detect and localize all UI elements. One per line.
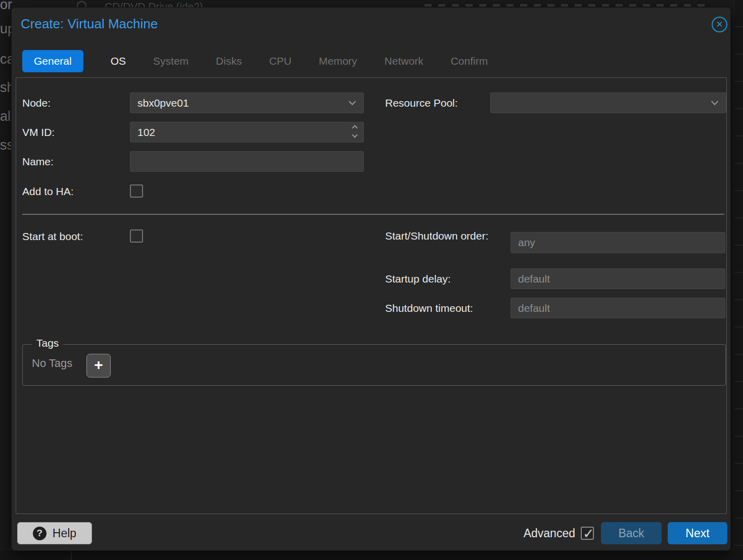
tab-confirm[interactable]: Confirm bbox=[451, 55, 488, 67]
node-select-input[interactable] bbox=[130, 92, 364, 113]
advanced-checkbox[interactable] bbox=[581, 527, 594, 540]
shutdown-timeout-input[interactable] bbox=[510, 298, 725, 318]
resource-pool-label: Resource Pool: bbox=[385, 92, 458, 113]
resource-pool-input[interactable] bbox=[490, 92, 726, 113]
close-button[interactable]: ✕ bbox=[712, 17, 727, 32]
next-button[interactable]: Next bbox=[668, 522, 727, 544]
help-button[interactable]: ? Help bbox=[17, 522, 92, 544]
name-label: Name: bbox=[22, 151, 54, 172]
background-row-dashes bbox=[425, 4, 708, 7]
close-icon: ✕ bbox=[716, 20, 723, 29]
section-separator bbox=[22, 214, 724, 215]
tab-cpu[interactable]: CPU bbox=[269, 55, 291, 67]
tags-fieldset: Tags No Tags + bbox=[22, 344, 726, 386]
help-button-label: Help bbox=[53, 527, 76, 540]
vmid-input[interactable] bbox=[130, 122, 364, 143]
background-row: CD/DVD Drive (ide2) bbox=[0, 0, 743, 7]
tab-disks[interactable]: Disks bbox=[216, 55, 242, 67]
background-grid-rows bbox=[734, 0, 743, 560]
advanced-label: Advanced bbox=[524, 527, 575, 540]
plus-icon: + bbox=[94, 357, 103, 372]
background-bottom bbox=[0, 551, 743, 560]
tab-os[interactable]: OS bbox=[111, 55, 126, 67]
start-at-boot-checkbox[interactable] bbox=[130, 229, 143, 243]
start-at-boot-label: Start at boot: bbox=[22, 226, 83, 247]
tab-network[interactable]: Network bbox=[385, 55, 424, 67]
startup-delay-input[interactable] bbox=[510, 268, 725, 289]
tab-bar: General OS System Disks CPU Memory Netwo… bbox=[22, 49, 488, 73]
create-vm-dialog: Create: Virtual Machine ✕ General OS Sys… bbox=[11, 7, 731, 551]
name-field[interactable] bbox=[130, 151, 364, 172]
resource-pool-select[interactable] bbox=[490, 92, 726, 113]
node-label: Node: bbox=[22, 92, 51, 113]
shutdown-timeout-label: Shutdown timeout: bbox=[385, 298, 473, 318]
general-tab-panel: Node: VM ID: Name: Add to HA: Resource P… bbox=[16, 77, 727, 514]
shutdown-timeout-field[interactable] bbox=[510, 298, 725, 318]
vmid-stepper[interactable] bbox=[130, 122, 364, 143]
no-tags-label: No Tags bbox=[32, 357, 72, 370]
footer-actions: Advanced Back Next bbox=[524, 522, 727, 544]
tab-system[interactable]: System bbox=[153, 55, 189, 67]
vmid-label: VM ID: bbox=[22, 122, 55, 143]
name-input[interactable] bbox=[130, 151, 364, 172]
dialog-title: Create: Virtual Machine bbox=[21, 16, 158, 32]
start-shutdown-order-field[interactable] bbox=[510, 232, 725, 253]
node-select[interactable] bbox=[130, 92, 364, 113]
start-shutdown-order-input[interactable] bbox=[510, 232, 725, 253]
add-to-ha-label: Add to HA: bbox=[22, 181, 74, 202]
tags-legend: Tags bbox=[32, 337, 63, 349]
back-button[interactable]: Back bbox=[601, 522, 662, 544]
tab-memory[interactable]: Memory bbox=[319, 55, 357, 67]
background-divider bbox=[71, 551, 72, 560]
tab-general[interactable]: General bbox=[22, 50, 83, 72]
background-text-fragment: or bbox=[0, 0, 12, 13]
start-shutdown-order-label: Start/Shutdown order: bbox=[385, 227, 494, 244]
help-icon: ? bbox=[33, 527, 47, 540]
add-to-ha-checkbox[interactable] bbox=[130, 184, 143, 198]
startup-delay-label: Startup delay: bbox=[385, 268, 451, 289]
add-tag-button[interactable]: + bbox=[86, 354, 111, 378]
startup-delay-field[interactable] bbox=[510, 268, 725, 289]
